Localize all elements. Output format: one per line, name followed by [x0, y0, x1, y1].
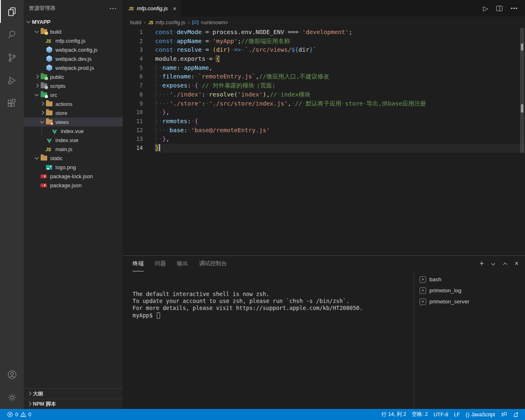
activity-source-control[interactable] — [0, 46, 24, 69]
tree-item-public[interactable]: public — [24, 72, 123, 81]
project-section-header[interactable]: MYAPP — [24, 16, 123, 27]
panel-tab-debug-console[interactable]: 调试控制台 — [199, 256, 227, 271]
code-line[interactable]: ··exposes:·{·//·对外暴露的模块（页面） — [155, 81, 525, 90]
tree-item-main-js[interactable]: main.js — [24, 145, 123, 154]
feedback-button[interactable] — [498, 409, 510, 420]
panel-tab-terminal[interactable]: 终端 — [133, 256, 144, 271]
terminal-tab-primeton-server[interactable]: primeton_server — [414, 296, 525, 307]
tree-item-index-vue[interactable]: index.vue — [24, 126, 123, 135]
tree-item-index-vue[interactable]: index.vue — [24, 135, 123, 145]
close-icon[interactable] — [173, 5, 177, 12]
line-number[interactable]: 8 — [123, 90, 143, 99]
tree-item-label: logo.png — [55, 164, 76, 170]
terminal[interactable]: The default interactive shell is now zsh… — [123, 271, 414, 409]
line-number[interactable]: 11 — [123, 117, 143, 126]
activity-settings[interactable] — [0, 386, 24, 409]
tree-item-package-lock-json[interactable]: package-lock.json — [24, 172, 123, 181]
breadcrumb: build mfp.config.js <unknown> — [123, 16, 525, 28]
activity-run-debug[interactable] — [0, 69, 24, 92]
explorer-more-icon[interactable] — [110, 5, 117, 12]
code-line[interactable]: ··name:·appName, — [155, 64, 525, 73]
tree-item-webpack-config-js[interactable]: webpack.config.js — [24, 45, 123, 54]
terminal-icon — [420, 298, 426, 305]
panel-body: The default interactive shell is now zsh… — [123, 271, 525, 409]
eol-setting[interactable]: LF — [451, 409, 463, 420]
panel-tab-problems[interactable]: 问题 — [155, 256, 166, 271]
tree-item-build[interactable]: build — [24, 27, 123, 36]
code-lines[interactable]: const·devMode·=·process.env.NODE_ENV·===… — [155, 28, 525, 255]
editor-region: mfp.config.js build mfp.config.js — [123, 0, 525, 409]
tree-item-src[interactable]: src — [24, 90, 123, 99]
scrollbar[interactable] — [519, 28, 525, 255]
activity-extensions[interactable] — [0, 92, 24, 115]
code-line[interactable]: ····'./index':·resolve('index'),//·index… — [155, 90, 525, 99]
code-line[interactable]: const·resolve·=·(dir)·=>·`./src/views/${… — [155, 46, 525, 55]
maximize-panel-icon[interactable] — [503, 261, 508, 266]
tree-item-logo-png[interactable]: logo.png — [24, 163, 123, 172]
line-number[interactable]: 1 — [123, 28, 143, 37]
code-line[interactable]: ··filename:·`remoteEntry.js`,//微应用入口,不建议… — [155, 72, 525, 81]
activity-search[interactable] — [0, 23, 24, 46]
tree-item-package-json[interactable]: package.json — [24, 181, 123, 190]
tree-item-label: static — [50, 155, 62, 161]
code-line[interactable]: ··}, — [155, 135, 525, 144]
line-number[interactable]: 13 — [123, 135, 143, 144]
line-number[interactable]: 7 — [123, 81, 143, 90]
terminal-tab-primeton-log[interactable]: primeton_log — [414, 285, 525, 296]
code-line[interactable]: ····base:·'base@/remoteEntry.js' — [155, 126, 525, 135]
line-number[interactable]: 3 — [123, 46, 143, 55]
tree-item-store[interactable]: store — [24, 108, 123, 117]
code-line[interactable]: ··remotes:·{ — [155, 117, 525, 126]
code-line[interactable]: module.exports·=·{ — [155, 55, 525, 64]
code-editor[interactable]: 1234567891011121314 const·devMode·=·proc… — [123, 28, 525, 255]
js-icon — [46, 146, 53, 152]
close-panel-icon[interactable] — [515, 260, 518, 267]
encoding-setting[interactable]: UTF-8 — [431, 409, 451, 420]
section-npm-scripts[interactable]: NPM 脚本 — [24, 399, 123, 409]
indentation-setting[interactable]: 空格: 2 — [409, 409, 431, 420]
line-number[interactable]: 10 — [123, 108, 143, 117]
language-mode[interactable]: JavaScript — [463, 409, 498, 420]
terminal-list: bash primeton_log primeton_server — [414, 271, 525, 409]
tree-item-label: actions — [55, 101, 72, 107]
tree-item-webpack-prod-js[interactable]: webpack.prod.js — [24, 63, 123, 72]
notifications-button[interactable] — [510, 409, 522, 420]
code-line[interactable]: ····'./store':·'./src/store/index.js',·/… — [155, 99, 525, 108]
more-actions-icon[interactable] — [511, 4, 518, 13]
tree-item-static[interactable]: static — [24, 154, 123, 163]
tab-mfp-config[interactable]: mfp.config.js — [123, 0, 181, 16]
npm-icon — [41, 174, 47, 178]
code-line[interactable]: ··}, — [155, 108, 525, 117]
line-number[interactable]: 4 — [123, 55, 143, 64]
terminal-tab-bash[interactable]: bash — [414, 274, 525, 285]
activity-account[interactable] — [0, 363, 24, 386]
terminal-dropdown-icon[interactable] — [491, 261, 496, 266]
tree-item-actions[interactable]: actions — [24, 99, 123, 108]
breadcrumb-folder[interactable]: build — [130, 19, 141, 25]
run-file-icon[interactable] — [483, 5, 488, 12]
panel-tab-output[interactable]: 输出 — [177, 256, 188, 271]
code-line[interactable]: const·devMode·=·process.env.NODE_ENV·===… — [155, 28, 525, 37]
problems-indicator[interactable]: 0 0 — [4, 409, 34, 420]
line-number-gutter[interactable]: 1234567891011121314 — [123, 28, 155, 255]
tree-item-scripts[interactable]: scripts — [24, 81, 123, 90]
line-number[interactable]: 12 — [123, 126, 143, 135]
code-line[interactable]: } — [155, 144, 525, 153]
cursor-position[interactable]: 行 14, 列 2 — [379, 409, 409, 420]
webpack-icon — [46, 64, 52, 71]
activity-explorer[interactable] — [0, 0, 24, 23]
new-terminal-icon[interactable] — [479, 259, 484, 268]
tree-item-mfp-config-js[interactable]: mfp.config.js — [24, 36, 123, 45]
tree-item-webpack-dev-js[interactable]: webpack.dev.js — [24, 54, 123, 63]
line-number[interactable]: 14 — [123, 144, 143, 153]
breadcrumb-symbol[interactable]: <unknown> — [192, 19, 228, 25]
code-line[interactable]: const·appName·=·'myApp';//微前端应用名称 — [155, 37, 525, 46]
tree-item-views[interactable]: views — [24, 117, 123, 126]
split-editor-icon[interactable] — [496, 6, 502, 11]
section-outline[interactable]: 大纲 — [24, 388, 123, 399]
line-number[interactable]: 6 — [123, 72, 143, 81]
breadcrumb-file[interactable]: mfp.config.js — [148, 19, 185, 25]
line-number[interactable]: 9 — [123, 99, 143, 108]
line-number[interactable]: 5 — [123, 64, 143, 73]
line-number[interactable]: 2 — [123, 37, 143, 46]
